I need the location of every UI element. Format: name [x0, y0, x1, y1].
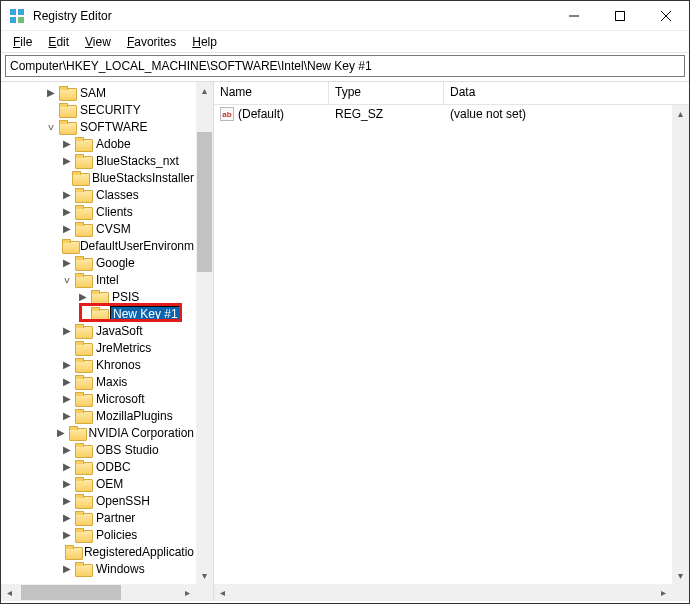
- scroll-thumb[interactable]: [21, 585, 121, 600]
- list-scrollbar-vertical[interactable]: ▴ ▾: [672, 105, 689, 584]
- maximize-button[interactable]: [597, 1, 643, 31]
- chevron-right-icon[interactable]: ▶: [61, 189, 73, 201]
- scroll-down-icon[interactable]: ▾: [672, 567, 689, 584]
- chevron-right-icon[interactable]: ▶: [61, 206, 73, 218]
- chevron-down-icon[interactable]: ⅴ: [45, 121, 57, 133]
- cell-name-text: (Default): [238, 107, 284, 121]
- scroll-corner: [672, 584, 689, 601]
- chevron-right-icon[interactable]: ▶: [61, 257, 73, 269]
- chevron-right-icon[interactable]: ▶: [61, 393, 73, 405]
- scroll-thumb[interactable]: [197, 132, 212, 272]
- menu-favorites[interactable]: Favorites: [119, 33, 184, 51]
- tree-node-adobe[interactable]: ▶Adobe: [1, 135, 196, 152]
- menu-help[interactable]: Help: [184, 33, 225, 51]
- scroll-left-icon[interactable]: ◂: [1, 584, 18, 601]
- tree-label: OEM: [94, 477, 125, 491]
- tree-node-classes[interactable]: ▶Classes: [1, 186, 196, 203]
- scroll-right-icon[interactable]: ▸: [179, 584, 196, 601]
- list-row[interactable]: ab (Default) REG_SZ (value not set): [214, 105, 689, 123]
- tree-node-odbc[interactable]: ▶ODBC: [1, 458, 196, 475]
- list-body[interactable]: ab (Default) REG_SZ (value not set): [214, 105, 689, 123]
- menu-edit[interactable]: Edit: [40, 33, 77, 51]
- folder-icon: [72, 171, 87, 184]
- tree-body[interactable]: ▶ SAM ▶ SECURITY ⅴ SOFTWARE ▶Adobe ▶Blue…: [1, 82, 196, 584]
- tree-node-nvidia[interactable]: ▶NVIDIA Corporation: [1, 424, 196, 441]
- chevron-right-icon[interactable]: ▶: [61, 461, 73, 473]
- chevron-right-icon[interactable]: ▶: [56, 427, 67, 439]
- menu-view[interactable]: View: [77, 33, 119, 51]
- tree-node-microsoft[interactable]: ▶Microsoft: [1, 390, 196, 407]
- tree-node-windows[interactable]: ▶Windows: [1, 560, 196, 577]
- tree-scrollbar-vertical[interactable]: ▴ ▾: [196, 82, 213, 584]
- menu-file[interactable]: File: [5, 33, 40, 51]
- tree-node-registeredapps[interactable]: ▶RegisteredApplicatio: [1, 543, 196, 560]
- tree-label: SECURITY: [78, 103, 143, 117]
- tree-node-obs[interactable]: ▶OBS Studio: [1, 441, 196, 458]
- scroll-left-icon[interactable]: ◂: [214, 584, 231, 601]
- tree-node-javasoft[interactable]: ▶JavaSoft: [1, 322, 196, 339]
- address-path: Computer\HKEY_LOCAL_MACHINE\SOFTWARE\Int…: [10, 59, 372, 73]
- chevron-right-icon[interactable]: ▶: [61, 529, 73, 541]
- scroll-up-icon[interactable]: ▴: [672, 105, 689, 122]
- tree-label: ODBC: [94, 460, 133, 474]
- tree-node-defaultuserenv[interactable]: ▶DefaultUserEnvironm: [1, 237, 196, 254]
- address-bar[interactable]: Computer\HKEY_LOCAL_MACHINE\SOFTWARE\Int…: [5, 55, 685, 77]
- tree-label: OpenSSH: [94, 494, 152, 508]
- tree-node-jremetrics[interactable]: ▶JreMetrics: [1, 339, 196, 356]
- tree-node-google[interactable]: ▶Google: [1, 254, 196, 271]
- folder-icon: [75, 375, 91, 388]
- scroll-down-icon[interactable]: ▾: [196, 567, 213, 584]
- tree-node-clients[interactable]: ▶Clients: [1, 203, 196, 220]
- tree-label-editing[interactable]: New Key #1: [110, 306, 181, 322]
- tree-node-policies[interactable]: ▶Policies: [1, 526, 196, 543]
- chevron-right-icon[interactable]: ▶: [61, 512, 73, 524]
- close-button[interactable]: [643, 1, 689, 31]
- folder-icon: [75, 154, 91, 167]
- cell-type: REG_SZ: [329, 107, 444, 121]
- chevron-right-icon[interactable]: ▶: [61, 359, 73, 371]
- tree-node-oem[interactable]: ▶OEM: [1, 475, 196, 492]
- tree-node-psis[interactable]: ▶PSIS: [1, 288, 196, 305]
- tree-node-newkey1[interactable]: ▶New Key #1: [1, 305, 196, 322]
- tree-node-intel[interactable]: ⅴIntel: [1, 271, 196, 288]
- tree-node-openssh[interactable]: ▶OpenSSH: [1, 492, 196, 509]
- tree-node-bluestacksinstaller[interactable]: ▶BlueStacksInstaller: [1, 169, 196, 186]
- column-data[interactable]: Data: [444, 82, 689, 104]
- column-type[interactable]: Type: [329, 82, 444, 104]
- tree-node-khronos[interactable]: ▶Khronos: [1, 356, 196, 373]
- chevron-right-icon[interactable]: ▶: [61, 563, 73, 575]
- tree-node-cvsm[interactable]: ▶CVSM: [1, 220, 196, 237]
- tree-scrollbar-horizontal[interactable]: ◂ ▸: [1, 584, 196, 601]
- tree-node-mozillaplugins[interactable]: ▶MozillaPlugins: [1, 407, 196, 424]
- tree-node-security[interactable]: ▶ SECURITY: [1, 101, 196, 118]
- string-value-icon: ab: [220, 107, 234, 121]
- chevron-right-icon[interactable]: ▶: [61, 223, 73, 235]
- chevron-right-icon[interactable]: ▶: [45, 87, 57, 99]
- folder-icon: [65, 545, 79, 558]
- minimize-button[interactable]: [551, 1, 597, 31]
- chevron-right-icon[interactable]: ▶: [61, 376, 73, 388]
- scroll-right-icon[interactable]: ▸: [655, 584, 672, 601]
- tree-node-maxis[interactable]: ▶Maxis: [1, 373, 196, 390]
- chevron-right-icon[interactable]: ▶: [61, 325, 73, 337]
- tree-node-sam[interactable]: ▶ SAM: [1, 84, 196, 101]
- scroll-up-icon[interactable]: ▴: [196, 82, 213, 99]
- tree-node-bluestacks-nxt[interactable]: ▶BlueStacks_nxt: [1, 152, 196, 169]
- chevron-right-icon[interactable]: ▶: [61, 444, 73, 456]
- chevron-right-icon[interactable]: ▶: [61, 495, 73, 507]
- tree-label: Clients: [94, 205, 135, 219]
- list-scrollbar-horizontal[interactable]: ◂ ▸: [214, 584, 672, 601]
- chevron-down-icon[interactable]: ⅴ: [61, 274, 73, 286]
- tree-node-partner[interactable]: ▶Partner: [1, 509, 196, 526]
- tree-label: MozillaPlugins: [94, 409, 175, 423]
- menu-favorites-rest: avorites: [134, 35, 176, 49]
- tree-node-software[interactable]: ⅴ SOFTWARE: [1, 118, 196, 135]
- chevron-right-icon[interactable]: ▶: [61, 410, 73, 422]
- column-name[interactable]: Name: [214, 82, 329, 104]
- chevron-right-icon[interactable]: ▶: [61, 155, 73, 167]
- chevron-right-icon[interactable]: ▶: [61, 478, 73, 490]
- chevron-right-icon[interactable]: ▶: [77, 291, 89, 303]
- tree-label: Partner: [94, 511, 137, 525]
- chevron-right-icon[interactable]: ▶: [61, 138, 73, 150]
- folder-icon: [75, 528, 91, 541]
